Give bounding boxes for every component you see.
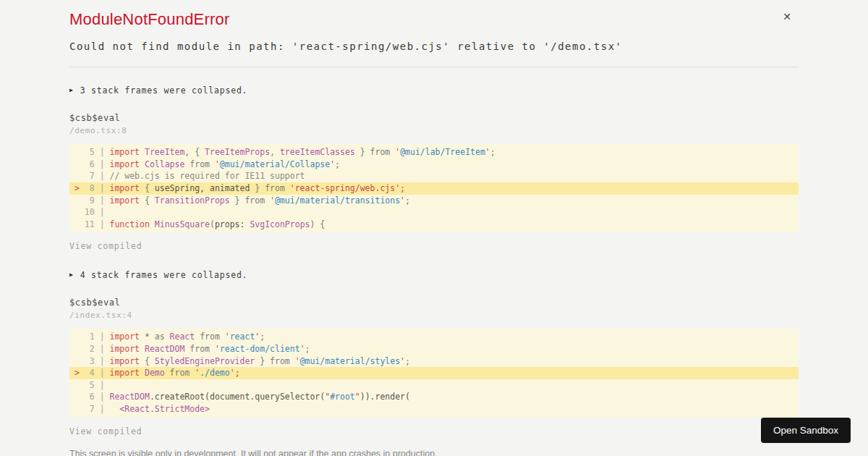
error-message: Could not find module in path: 'react-sp… (69, 41, 799, 52)
code-line: 6 | import Collapse from '@mui/material/… (69, 159, 799, 171)
header-divider (69, 67, 799, 67)
code-line: 7 | <React.StrictMode> (69, 403, 799, 415)
open-sandbox-button[interactable]: Open Sandbox (761, 418, 851, 443)
stack-frame-function: $csb$eval (69, 297, 799, 308)
view-compiled-link[interactable]: View compiled (69, 241, 142, 251)
view-compiled-link[interactable]: View compiled (69, 426, 142, 436)
collapsed-note-label: 4 stack frames were collapsed. (80, 270, 248, 280)
error-overlay: ✕ ModuleNotFoundError Could not find mod… (0, 0, 868, 456)
code-line: 9 | import { TransitionProps } from '@mu… (69, 195, 799, 207)
collapse-arrow-icon: ▶ (69, 272, 74, 278)
stack-frame-location: /index.tsx:4 (69, 311, 799, 320)
code-line: 5 | import TreeItem, { TreeItemProps, tr… (69, 146, 799, 159)
code-line: > 4 | import Demo from './demo'; (69, 367, 799, 379)
collapsed-note-label: 3 stack frames were collapsed. (80, 85, 248, 96)
stack-section: ▶ 4 stack frames were collapsed. $csb$ev… (69, 270, 799, 436)
collapse-arrow-icon: ▶ (69, 88, 74, 93)
error-title: ModuleNotFoundError (69, 10, 799, 28)
code-line: 3 | import { StyledEngineProvider } from… (69, 355, 799, 368)
code-line: 11 | function MinusSquare(props: SvgIcon… (69, 219, 799, 231)
collapse-toggle[interactable]: ▶ 3 stack frames were collapsed. (69, 85, 799, 96)
code-line: 5 | (69, 379, 799, 392)
code-frame: 1 | import * as React from 'react'; 2 | … (69, 329, 799, 417)
code-frame: 5 | import TreeItem, { TreeItemProps, tr… (69, 144, 799, 232)
code-line: 1 | import * as React from 'react'; (69, 331, 799, 343)
stack-frame-location: /demo.tsx:8 (69, 126, 799, 135)
footer-note: This screen is visible only in developme… (69, 448, 799, 456)
stack-section: ▶ 3 stack frames were collapsed. $csb$ev… (69, 85, 799, 252)
close-button[interactable]: ✕ (781, 10, 793, 23)
code-line: 6 | ReactDOM.createRoot(document.querySe… (69, 391, 799, 403)
footer-notes: This screen is visible only in developme… (69, 448, 799, 456)
stack-frame-function: $csb$eval (69, 113, 799, 123)
code-line: > 8 | import { useSpring, animated } fro… (69, 182, 799, 195)
code-line: 10 | (69, 206, 799, 219)
code-line: 7 | // web.cjs is required for IE11 supp… (69, 170, 799, 182)
collapse-toggle[interactable]: ▶ 4 stack frames were collapsed. (69, 270, 799, 280)
close-icon: ✕ (783, 11, 791, 22)
code-line: 2 | import ReactDOM from 'react-dom/clie… (69, 343, 799, 355)
